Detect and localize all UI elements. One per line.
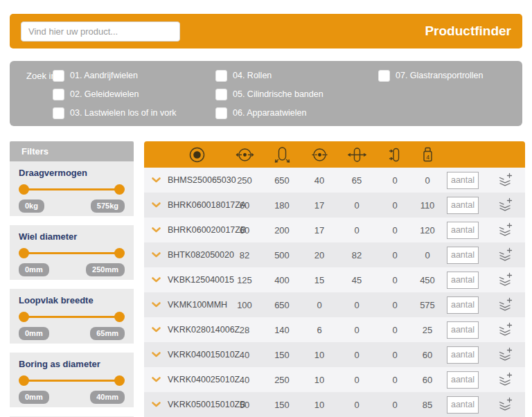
category-item: 02. Geleidewielen [53,88,139,100]
quantity-input[interactable] [447,396,479,414]
table-row: BHTK08205002082500208200 [144,242,525,267]
product-code: VKRK040015010Z [168,350,226,360]
chevron-down-icon[interactable] [144,202,168,208]
spec-value: 0 [338,200,375,211]
category-label: 07. Glastransportrollen [396,71,483,80]
product-code: VKBK125040015 [168,275,226,285]
slider-min-badge: 0kg [19,199,44,213]
slider-handle-min[interactable] [19,375,29,386]
spec-value: 250 [263,375,301,385]
category-checkbox[interactable] [215,70,227,82]
category-item: 05. Cilindrische banden [215,88,323,100]
chevron-down-icon[interactable] [144,251,168,258]
spec-value: 150 [263,400,301,410]
spec-value: 60 [226,200,263,211]
spec-value: 85 [414,400,441,410]
tread-width-icon [263,145,301,164]
layers-add-icon[interactable] [485,272,525,288]
spec-value: 0 [414,250,441,260]
slider-handle-min[interactable] [19,312,29,322]
slider-track [24,380,120,382]
layers-add-icon[interactable] [485,247,525,263]
slider-track [24,316,120,318]
layers-add-icon[interactable] [485,296,525,313]
quantity-input[interactable] [447,346,479,364]
spec-value: 40 [226,375,263,385]
product-code: VKMK100MMH [168,300,226,310]
category-checkbox[interactable] [378,70,390,82]
spec-value: 120 [414,225,441,236]
quantity-input[interactable] [447,296,479,314]
chevron-down-icon[interactable] [144,227,168,233]
chevron-down-icon[interactable] [144,177,168,184]
chevron-down-icon[interactable] [144,276,168,283]
spec-value: 82 [226,250,263,260]
filter-panel: Loopvlak breedte 0mm 65mm [10,289,134,344]
spec-value: 180 [263,200,301,211]
spec-value: 0 [375,325,414,335]
category-checkbox[interactable] [53,107,64,119]
svg-text:4: 4 [426,153,429,160]
layers-add-icon[interactable] [485,321,525,338]
hub-length-icon [338,145,375,164]
range-slider [19,312,125,322]
category-checkbox[interactable] [215,89,227,100]
spec-value: 40 [301,175,338,186]
spec-value: 0 [414,175,441,186]
slider-handle-min[interactable] [19,248,29,258]
category-label: 03. Lastwielen los of in vork [70,108,177,118]
chevron-down-icon[interactable] [144,401,168,408]
slider-max-badge: 40mm [90,391,125,404]
table-row: BHRK060018017ZA601801700110 [144,193,525,218]
slider-max-badge: 65mm [90,327,125,340]
layers-add-icon[interactable] [485,197,525,213]
spec-value: 400 [263,275,301,285]
spec-value: 82 [338,250,375,260]
layers-add-icon[interactable] [485,396,525,413]
spec-value: 10 [301,350,338,360]
slider-handle-max[interactable] [114,248,125,258]
layers-add-icon[interactable] [485,371,525,388]
layers-add-icon[interactable] [485,172,525,188]
quantity-input[interactable] [447,197,479,214]
spec-value: 650 [263,300,301,310]
slider-handle-max[interactable] [114,184,125,195]
layers-add-icon[interactable] [485,222,525,238]
category-checkbox[interactable] [53,70,64,82]
quantity-input[interactable] [447,222,479,239]
category-checkbox[interactable] [53,89,64,100]
filter-label: Loopvlak breedte [19,295,125,305]
filter-panel: Draagvermogen 0kg 575kg [10,161,134,216]
quantity-input[interactable] [447,321,479,339]
category-checkbox[interactable] [215,107,227,119]
slider-handle-max[interactable] [114,312,125,322]
category-label: 06. Apparaatwielen [233,108,306,118]
chevron-down-icon[interactable] [144,301,168,308]
spec-value: 45 [338,275,375,285]
table-row: VKBK12504001512540015450450 [144,267,525,292]
filter-label: Draagvermogen [19,168,125,178]
slider-handle-max[interactable] [114,375,125,386]
chevron-down-icon[interactable] [144,376,168,383]
spec-value: 450 [414,275,441,285]
quantity-input[interactable] [447,247,479,264]
category-item: 03. Lastwielen los of in vork [53,107,177,119]
quantity-input[interactable] [447,172,479,189]
quantity-input[interactable] [447,371,479,389]
spec-value: 0 [338,400,375,410]
category-item: 01. Aandrijfwielen [53,69,138,82]
spec-value: 0 [375,250,414,260]
spec-value: 575 [414,300,441,310]
slider-handle-min[interactable] [19,184,29,195]
product-table: 4 BHMS250065030250650406500 BHRK06001801… [144,141,525,417]
product-code: VKRK050015010ZB [168,400,226,409]
quantity-input[interactable] [447,272,479,289]
table-row: BHRK060020017ZB602001700120 [144,218,525,242]
chevron-down-icon[interactable] [144,351,168,358]
layers-add-icon[interactable] [485,346,525,363]
search-input[interactable] [21,21,180,42]
table-row: BHMS250065030250650406500 [144,168,525,193]
spec-value: 15 [301,275,338,285]
chevron-down-icon[interactable] [144,326,168,333]
spec-value: 0 [375,275,414,285]
